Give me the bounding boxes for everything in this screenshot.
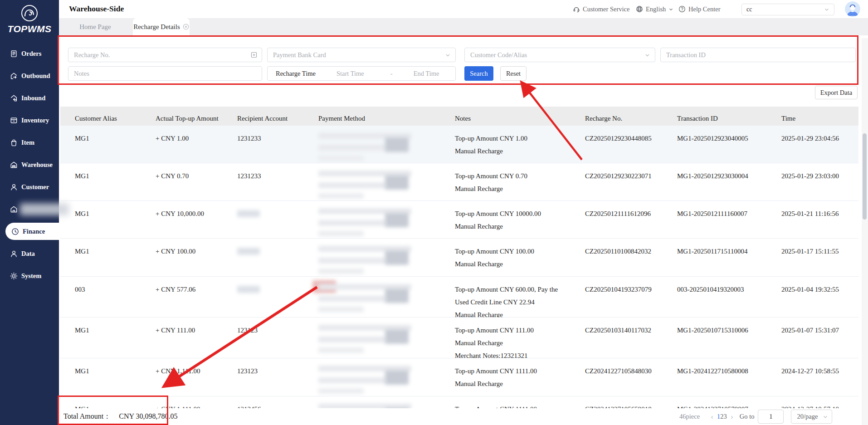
outbound-icon (10, 72, 18, 80)
time-cell: 2025-01-21 11:16:56 (768, 201, 858, 238)
sidebar-item-inventory[interactable]: Inventory (0, 112, 59, 129)
close-tab-icon[interactable] (183, 24, 189, 30)
table-row[interactable]: MG1+ CNY 111.00123123Top-up Amount CNY 1… (60, 318, 858, 358)
chevron-down-icon (824, 7, 829, 12)
customer-alias-cell: MG1 (60, 201, 141, 238)
customer-alias-cell: MG1 (60, 239, 141, 276)
help-center-button[interactable]: Help Center (678, 0, 720, 18)
amount-cell: + CNY 577.06 (141, 277, 223, 317)
transaction-id-cell: MG1-2024122710580008 (663, 358, 768, 396)
recharge-no-cell: CZ20241227105848030 (571, 358, 663, 396)
language-menu[interactable]: English (636, 0, 673, 18)
recharge-time-range-picker[interactable]: Recharge Time Start Time - End Time (267, 66, 456, 81)
sidebar-item-redacted[interactable] (0, 200, 59, 218)
item-icon (10, 139, 18, 147)
redacted-recipient (237, 210, 260, 217)
select-placeholder: Payment Bank Card (273, 51, 326, 59)
payment-method-cell (304, 239, 440, 276)
transaction-id-input[interactable] (660, 48, 856, 62)
vertical-scrollbar[interactable] (862, 38, 868, 425)
recipient-cell: 1231233 (223, 126, 304, 163)
prev-page-button[interactable]: ‹ (707, 413, 717, 420)
pagination: 46piece ‹ 123 › Go to 20/page (679, 408, 832, 425)
sidebar-item-label: Orders (21, 50, 41, 58)
customer-service-label: Customer Service (583, 5, 630, 13)
note-line: Manual Recharge (455, 377, 571, 390)
multi-input-icon[interactable] (250, 51, 258, 59)
export-data-button[interactable]: Export Data (815, 86, 858, 99)
language-label: English (646, 5, 666, 13)
sidebar-item-warehouse[interactable]: Warehouse (0, 156, 59, 173)
table-row[interactable]: MG1+ CNY 10,000.00Top-up Amount CNY 1000… (60, 201, 858, 239)
table-row[interactable]: MG1+ CNY 100.00Top-up Amount CNY 100.00M… (60, 239, 858, 277)
headset-icon (573, 5, 580, 13)
time-cell: 2025-01-04 19:32:55 (768, 277, 858, 317)
page-number-2[interactable]: 2 (720, 413, 723, 420)
scrollbar-thumb[interactable] (863, 133, 867, 220)
recharge-no-input[interactable] (68, 48, 262, 62)
customer-icon (10, 183, 18, 191)
recharge-no-cell: CZ20250129230448085 (571, 126, 663, 163)
notes-cell: Top-up Amount CNY 1.00Manual Recharge (440, 126, 571, 163)
column-header: Recharge No. (571, 107, 663, 126)
note-line: Top-up Amount CNY 111.00 (455, 324, 571, 337)
sidebar-item-finance[interactable]: Finance (5, 223, 59, 240)
table-row[interactable]: 003+ CNY 577.06Top-up Amount CNY 600.00,… (60, 277, 858, 318)
sidebar-item-label: Warehouse (21, 161, 53, 169)
recipient-cell: 1231233 (223, 163, 304, 200)
payment-method-cell (304, 277, 440, 317)
sidebar-item-outbound[interactable]: Outbound (0, 67, 59, 84)
page-number-3[interactable]: 3 (724, 413, 727, 420)
redacted-payment (318, 337, 386, 342)
transaction-id-cell: MG1-2025012923030004 (663, 163, 768, 200)
table-row[interactable]: MG1+ CNY 1,111.00123123Top-up Amount CNY… (60, 358, 858, 396)
customer-code-select[interactable]: Customer Code/Alias (464, 48, 655, 62)
notes-cell: Top-up Amount CNY 1111.00Manual Recharge (440, 358, 571, 396)
recipient-cell (223, 201, 304, 238)
total-amount-value: CNY 30,098,780.05 (119, 412, 177, 420)
search-button[interactable]: Search (464, 66, 493, 81)
time-cell: 2024-12-27 10:58:55 (768, 358, 858, 396)
sidebar-item-item[interactable]: Item (0, 134, 59, 151)
payment-bank-card-select[interactable]: Payment Bank Card (267, 48, 456, 62)
page-size-select[interactable]: 20/page (791, 410, 832, 424)
table-row[interactable]: MG1+ CNY 0.701231233Top-up Amount CNY 0.… (60, 163, 858, 201)
redacted-payment (385, 213, 409, 227)
column-header: Time (768, 107, 858, 126)
goto-page-input[interactable] (758, 410, 784, 424)
customer-alias-cell: MG1 (60, 163, 141, 200)
note-line: Top-up Amount CNY 1.00 (455, 132, 571, 145)
column-header: Payment Method (304, 107, 440, 126)
sidebar-item-system[interactable]: System (0, 267, 59, 284)
recharge-no-cell: CZ20250103140117032 (571, 318, 663, 358)
account-select[interactable]: cc (741, 4, 834, 15)
sidebar-item-data[interactable]: Data (0, 245, 59, 262)
customer-alias-cell: MG1 (60, 318, 141, 358)
notes-cell: Top-up Amount CNY 10000.00Manual Recharg… (440, 201, 571, 238)
top-header: Warehouse-Side Customer Service English … (59, 0, 868, 18)
table-header-row: Customer AliasActual Top-up AmountRecipi… (60, 107, 858, 126)
redacted-payment (385, 370, 409, 385)
sidebar-item-inbound[interactable]: Inbound (0, 89, 59, 107)
redacted-payment (318, 258, 386, 264)
redacted-payment (318, 269, 364, 274)
column-header: Recipient Account (223, 107, 304, 126)
tab-label: Recharge Details (133, 23, 180, 31)
amount-cell: + CNY 1.00 (141, 126, 223, 163)
sidebar-item-orders[interactable]: Orders (0, 45, 59, 62)
reset-button[interactable]: Reset (500, 66, 527, 81)
tab-recharge-details[interactable]: Recharge Details (133, 18, 190, 35)
tab-home-page[interactable]: Home Page (68, 18, 122, 35)
redacted-payment (318, 193, 364, 199)
sidebar-item-label: System (21, 272, 41, 280)
table-row[interactable]: MG1+ CNY 1.001231233Top-up Amount CNY 1.… (60, 126, 858, 163)
next-page-button[interactable]: › (727, 413, 737, 420)
sidebar-item-customer[interactable]: Customer (0, 178, 59, 195)
sidebar-item-label: Data (21, 250, 35, 258)
recipient-cell (223, 239, 304, 276)
inventory-icon (10, 117, 18, 124)
redacted-recipient (237, 286, 260, 293)
customer-service-button[interactable]: Customer Service (573, 0, 630, 18)
notes-input[interactable] (68, 66, 262, 81)
avatar[interactable] (845, 1, 860, 17)
